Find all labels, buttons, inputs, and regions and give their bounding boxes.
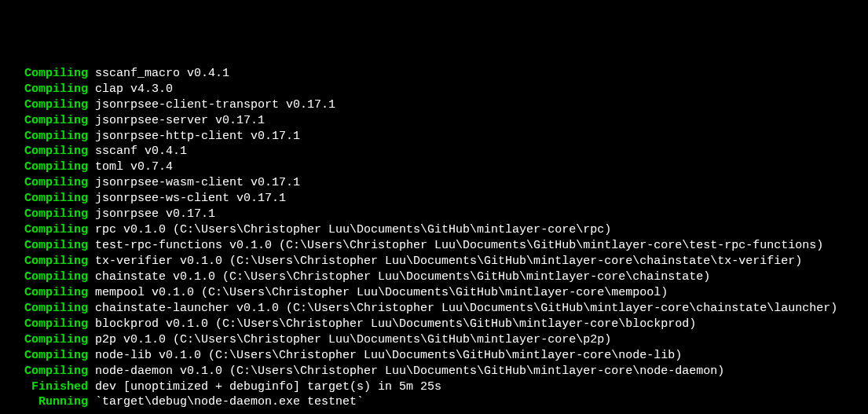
terminal-line: Compiling rpc v0.1.0 (C:\Users\Christoph…: [3, 222, 865, 238]
line-text: `target\debug\node-daemon.exe testnet`: [88, 395, 364, 409]
status-label: Compiling: [24, 333, 88, 346]
status-label: Compiling: [24, 207, 88, 221]
status-label: Compiling: [24, 223, 88, 236]
line-text: rpc v0.1.0 (C:\Users\Christopher Luu\Doc…: [88, 223, 611, 236]
line-indent: [3, 98, 24, 112]
line-indent: [3, 286, 24, 299]
line-text: test-rpc-functions v0.1.0 (C:\Users\Chri…: [88, 239, 823, 252]
line-indent: [3, 270, 24, 284]
status-label: Compiling: [24, 160, 88, 174]
line-text: clap v4.3.0: [88, 82, 173, 96]
line-indent: [3, 130, 24, 143]
terminal-line: Compiling mempool v0.1.0 (C:\Users\Chris…: [3, 285, 865, 301]
line-indent: [3, 395, 38, 409]
terminal-line: Compiling jsonrpsee-wasm-client v0.17.1: [3, 175, 865, 191]
status-label: Compiling: [24, 82, 88, 96]
line-indent: [3, 160, 24, 174]
terminal-line: Compiling node-lib v0.1.0 (C:\Users\Chri…: [3, 348, 865, 364]
terminal-line: Running `target\debug\node-daemon.exe te…: [3, 394, 865, 410]
terminal-line: Compiling chainstate v0.1.0 (C:\Users\Ch…: [3, 269, 865, 285]
line-indent: [3, 365, 24, 378]
line-indent: [3, 349, 24, 362]
line-indent: [3, 239, 24, 252]
status-label: Compiling: [24, 67, 88, 80]
status-label: Compiling: [24, 145, 88, 158]
line-text: jsonrpsee-wasm-client v0.17.1: [88, 176, 300, 189]
status-label: Compiling: [24, 130, 88, 143]
status-label: Running: [38, 395, 88, 409]
line-text: sscanf v0.4.1: [88, 145, 187, 158]
terminal-line: Compiling jsonrpsee-client-transport v0.…: [3, 97, 865, 113]
status-label: Finished: [31, 380, 88, 394]
line-text: jsonrpsee v0.17.1: [88, 207, 215, 221]
terminal-line: Compiling blockprod v0.1.0 (C:\Users\Chr…: [3, 317, 865, 332]
line-text: jsonrpsee-ws-client v0.17.1: [88, 192, 286, 205]
terminal-line: Finished dev [unoptimized + debuginfo] t…: [3, 379, 865, 395]
line-indent: [3, 255, 24, 268]
line-text: node-daemon v0.1.0 (C:\Users\Christopher…: [88, 365, 724, 378]
line-text: p2p v0.1.0 (C:\Users\Christopher Luu\Doc…: [88, 333, 611, 346]
line-indent: [3, 223, 24, 236]
line-text: blockprod v0.1.0 (C:\Users\Christopher L…: [88, 317, 696, 331]
status-label: Compiling: [24, 317, 88, 331]
line-text: toml v0.7.4: [88, 160, 173, 174]
line-text: chainstate v0.1.0 (C:\Users\Christopher …: [88, 270, 710, 284]
line-indent: [3, 302, 24, 315]
terminal-line: Compiling sscanf v0.4.1: [3, 144, 865, 159]
terminal-line: Compiling chainstate-launcher v0.1.0 (C:…: [3, 301, 865, 317]
terminal-line: Compiling sscanf_macro v0.4.1: [3, 66, 865, 82]
line-indent: [3, 82, 24, 96]
line-text: dev [unoptimized + debuginfo] target(s) …: [88, 380, 441, 394]
line-text: chainstate-launcher v0.1.0 (C:\Users\Chr…: [88, 302, 837, 315]
status-label: Compiling: [24, 365, 88, 378]
line-text: mempool v0.1.0 (C:\Users\Christopher Luu…: [88, 286, 668, 299]
status-label: Compiling: [24, 270, 88, 284]
line-indent: [3, 67, 24, 80]
line-text: jsonrpsee-server v0.17.1: [88, 114, 265, 127]
status-label: Compiling: [24, 239, 88, 252]
status-label: Compiling: [24, 286, 88, 299]
line-indent: [3, 333, 24, 346]
status-label: Compiling: [24, 114, 88, 127]
line-indent: [3, 207, 24, 221]
terminal-line: Compiling p2p v0.1.0 (C:\Users\Christoph…: [3, 332, 865, 348]
status-label: Compiling: [24, 98, 88, 112]
terminal-line: Compiling node-daemon v0.1.0 (C:\Users\C…: [3, 364, 865, 379]
line-text: node-lib v0.1.0 (C:\Users\Christopher Lu…: [88, 349, 682, 362]
terminal-line: Compiling toml v0.7.4: [3, 159, 865, 175]
terminal-line: Compiling jsonrpsee-server v0.17.1: [3, 113, 865, 129]
line-text: sscanf_macro v0.4.1: [88, 67, 229, 80]
line-indent: [3, 380, 31, 394]
terminal-output: Compiling sscanf_macro v0.4.1 Compiling …: [3, 66, 865, 411]
terminal-line: Compiling tx-verifier v0.1.0 (C:\Users\C…: [3, 254, 865, 269]
status-label: Compiling: [24, 302, 88, 315]
terminal-line: Compiling test-rpc-functions v0.1.0 (C:\…: [3, 238, 865, 254]
terminal-line: Compiling jsonrpsee-http-client v0.17.1: [3, 129, 865, 145]
line-indent: [3, 176, 24, 189]
line-text: tx-verifier v0.1.0 (C:\Users\Christopher…: [88, 255, 802, 268]
status-label: Compiling: [24, 349, 88, 362]
line-text: jsonrpsee-http-client v0.17.1: [88, 130, 300, 143]
status-label: Compiling: [24, 176, 88, 189]
terminal-line: Compiling jsonrpsee v0.17.1: [3, 207, 865, 222]
status-label: Compiling: [24, 255, 88, 268]
line-text: jsonrpsee-client-transport v0.17.1: [88, 98, 335, 112]
terminal-line: Compiling jsonrpsee-ws-client v0.17.1: [3, 191, 865, 207]
line-indent: [3, 145, 24, 158]
terminal-line: Compiling clap v4.3.0: [3, 82, 865, 97]
line-indent: [3, 192, 24, 205]
line-indent: [3, 317, 24, 331]
status-label: Compiling: [24, 192, 88, 205]
line-indent: [3, 114, 24, 127]
